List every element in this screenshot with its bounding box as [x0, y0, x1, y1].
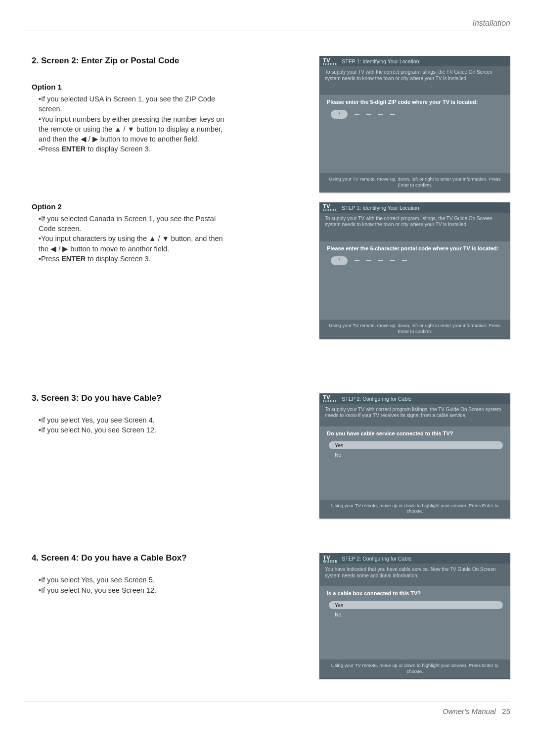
code-field[interactable]: * — [331, 110, 348, 119]
code-field[interactable] — [402, 260, 407, 261]
bullet-item: •If you selected USA in Screen 1, you se… — [32, 94, 234, 114]
option-list: Yes No — [327, 441, 503, 459]
option-yes[interactable]: Yes — [329, 441, 503, 449]
code-field[interactable] — [355, 114, 359, 115]
logo-text: GUIDE — [323, 400, 338, 403]
code-field[interactable] — [355, 260, 359, 261]
text: / — [56, 245, 62, 253]
osd-step-label: STEP 1: Identifying Your Location — [342, 58, 419, 64]
code-field[interactable]: * — [331, 256, 348, 265]
text: / — [87, 135, 92, 143]
enter-key: ENTER — [61, 145, 86, 153]
manual-page: Installation 2. Screen 2: Enter Zip or P… — [0, 0, 534, 756]
text: •You input characters by using the — [39, 235, 149, 242]
osd-prompt: Please enter the 5-digit ZIP code where … — [327, 99, 503, 105]
text: •Press — [39, 145, 61, 153]
bullet-item: •If you select Yes, you see Screen 4. — [32, 415, 234, 425]
logo-text: GUIDE — [323, 63, 338, 66]
tv-guide-logo: TV GUIDE — [323, 394, 338, 403]
bullet-item: •You input characters by using the ▲ / ▼… — [32, 234, 234, 254]
bullet-item: •If you selected Canada in Screen 1, you… — [32, 214, 234, 234]
tv-guide-logo: TV GUIDE — [323, 203, 338, 212]
text: button to move to another field. — [68, 245, 169, 253]
left-arrow-icon: ◀ — [50, 245, 56, 253]
osd-footer-hint: Using your TV remote, move up, down, lef… — [320, 320, 510, 338]
footer-label: Owner's Manual — [443, 707, 496, 715]
osd-panel-cable: TV GUIDE STEP 2: Configuring for Cable T… — [319, 393, 510, 519]
section-title: 3. Screen 3: Do you have Cable? — [32, 393, 311, 403]
enter-key: ENTER — [61, 255, 86, 263]
body-text: •If you select Yes, you see Screen 5. •I… — [32, 575, 234, 595]
osd-footer-hint: Using your TV remote, move up or down to… — [320, 660, 510, 678]
text: to display Screen 3. — [86, 255, 150, 263]
option-title: Option 1 — [32, 83, 311, 91]
top-rule — [24, 31, 510, 31]
tv-guide-logo: TV GUIDE — [323, 57, 338, 66]
bullet-item: •If you select Yes, you see Screen 5. — [32, 575, 234, 585]
bullet-item: •Press ENTER to display Screen 3. — [32, 144, 234, 154]
text: / — [122, 125, 128, 133]
bullet-item: •If you select No, you see Screen 12. — [32, 585, 234, 595]
right-arrow-icon: ▶ — [62, 245, 68, 253]
text: / — [156, 235, 162, 242]
option-no[interactable]: No — [329, 611, 503, 618]
section-title: 4. Screen 4: Do you have a Cable Box? — [32, 553, 311, 563]
text: •Press — [39, 255, 61, 263]
page-footer: Owner's Manual 25 — [24, 702, 510, 715]
bullet-item: •If you select No, you see Screen 12. — [32, 425, 234, 435]
text: to display Screen 3. — [86, 145, 150, 153]
up-arrow-icon: ▲ — [149, 235, 156, 242]
option-list: Yes No — [327, 601, 503, 618]
osd-panel-cablebox: TV GUIDE STEP 2: Configuring for Cable Y… — [319, 553, 510, 679]
osd-description: You have indicated that you have cable s… — [325, 567, 505, 586]
code-field[interactable] — [390, 260, 395, 261]
code-field[interactable] — [366, 114, 371, 115]
text: button to move to another field. — [98, 135, 199, 143]
section-title: 2. Screen 2: Enter Zip or Postal Code — [32, 56, 311, 66]
zip-field-row: * — [327, 110, 503, 119]
osd-prompt: Do you have cable service connected to t… — [327, 430, 503, 436]
option-yes[interactable]: Yes — [329, 601, 503, 609]
left-arrow-icon: ◀ — [81, 135, 87, 143]
up-arrow-icon: ▲ — [114, 125, 121, 133]
body-text: •If you selected Canada in Screen 1, you… — [32, 214, 234, 264]
tv-guide-logo: TV GUIDE — [323, 555, 338, 563]
osd-prompt: Please enter the 6-character postal code… — [327, 245, 503, 251]
option-no[interactable]: No — [329, 451, 503, 459]
code-field[interactable] — [390, 114, 395, 115]
breadcrumb: Installation — [24, 19, 510, 31]
bullet-item: •Press ENTER to display Screen 3. — [32, 254, 234, 264]
osd-description: To supply your TV with correct program l… — [325, 407, 505, 426]
code-field[interactable] — [366, 260, 371, 261]
osd-step-label: STEP 1: Identifying Your Location — [342, 205, 419, 211]
osd-footer-hint: Using your TV remote, move up or down to… — [320, 500, 510, 519]
down-arrow-icon: ▼ — [128, 125, 134, 133]
code-field[interactable] — [378, 260, 383, 261]
postal-field-row: * — [327, 256, 503, 265]
right-arrow-icon: ▶ — [92, 135, 98, 143]
bullet-item: •You input numbers by either pressing th… — [32, 114, 234, 144]
osd-description: To supply your TV with the correct progr… — [325, 69, 505, 95]
osd-panel-zip: TV GUIDE STEP 1: Identifying Your Locati… — [319, 56, 510, 192]
logo-text: GUIDE — [323, 209, 338, 212]
osd-step-label: STEP 2: Configuring for Cable — [342, 396, 411, 402]
body-text: •If you selected USA in Screen 1, you se… — [32, 94, 234, 154]
page-number: 25 — [502, 707, 510, 715]
body-text: •If you select Yes, you see Screen 4. •I… — [32, 415, 234, 435]
osd-step-label: STEP 2: Configuring for Cable — [342, 556, 411, 562]
osd-prompt: Is a cable box connected to this TV? — [327, 590, 503, 596]
osd-panel-postal: TV GUIDE STEP 1: Identifying Your Locati… — [319, 202, 510, 339]
down-arrow-icon: ▼ — [162, 235, 169, 242]
code-field[interactable] — [378, 114, 383, 115]
osd-footer-hint: Using your TV remote, move up, down, lef… — [320, 173, 510, 192]
osd-description: To supply your TV with the correct progr… — [325, 216, 505, 241]
option-title: Option 2 — [32, 202, 311, 211]
logo-text: GUIDE — [323, 561, 338, 563]
